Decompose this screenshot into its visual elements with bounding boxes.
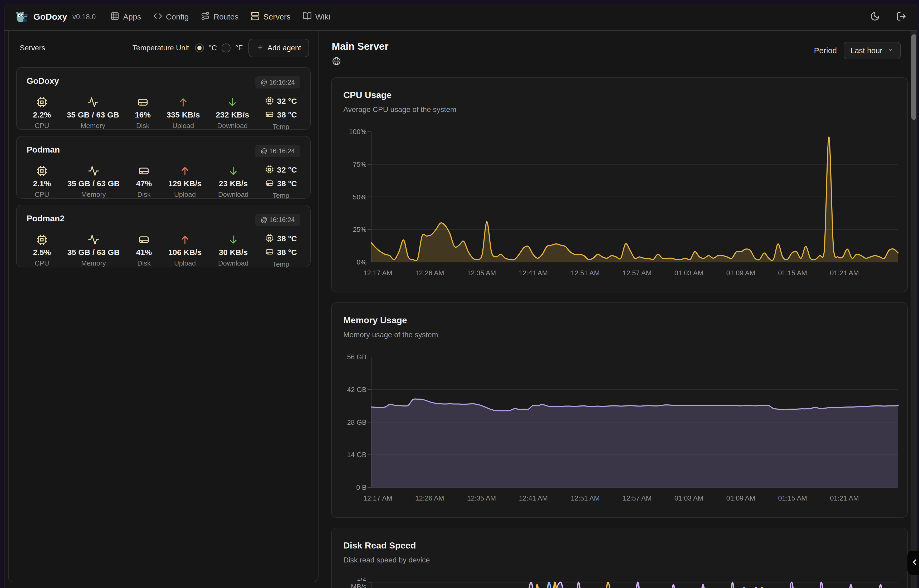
svg-text:14 GB: 14 GB — [347, 451, 367, 459]
svg-text:75%: 75% — [353, 160, 367, 168]
svg-text:01:21 AM: 01:21 AM — [830, 494, 859, 502]
server-card[interactable]: Podman @ 16:16:24 2.1% CPU 35 GB / 63 GB — [16, 136, 311, 199]
cpu-label: CPU — [35, 191, 49, 199]
sidebar-header: Servers Temperature Unit °C °F Add agent — [15, 39, 312, 57]
disk-value: 47% — [136, 179, 152, 188]
arrow-down-icon — [228, 164, 239, 177]
disk-read-speed-chart[interactable]: 1/2MB/s12:17 AM12:26 AM12:35 AM12:41 AM1… — [332, 578, 908, 588]
cpu-temp-value: 38 °C — [277, 234, 297, 243]
sidebar-title: Servers — [20, 44, 45, 52]
disk-temp-row: 38 °C — [265, 109, 297, 121]
stat-upload: 106 KB/s Upload — [168, 233, 202, 268]
cpu-value: 2.1% — [33, 179, 51, 188]
server-card[interactable]: Podman2 @ 16:16:24 2.5% CPU 35 GB / 63 G… — [16, 205, 311, 267]
nav-item-label: Servers — [263, 12, 290, 21]
add-agent-button[interactable]: Add agent — [249, 39, 309, 57]
memory-label: Memory — [81, 122, 105, 130]
arrow-down-icon — [228, 233, 239, 246]
disk-value: 16% — [135, 110, 151, 120]
server-card-header: Podman @ 16:16:24 — [27, 145, 300, 157]
route-icon — [201, 11, 210, 23]
chart-title: Memory Usage — [343, 315, 907, 325]
nav-item-servers[interactable]: Servers — [250, 11, 290, 23]
nav-item-label: Config — [166, 12, 189, 21]
chart-subtitle: Average CPU usage of the system — [343, 105, 907, 114]
godoxy-gopher-logo — [15, 10, 29, 24]
arrow-up-icon — [177, 95, 189, 108]
logout-button[interactable] — [896, 11, 907, 22]
server-name: Podman — [27, 145, 60, 155]
panel-collapse-toggle[interactable] — [908, 551, 919, 575]
upload-label: Upload — [174, 191, 196, 199]
cpu-chip-icon — [265, 234, 274, 244]
nav-item-routes[interactable]: Routes — [201, 11, 239, 23]
period-select[interactable]: Last hour — [844, 42, 901, 59]
arrow-up-icon — [179, 164, 191, 177]
svg-text:56 GB: 56 GB — [347, 353, 367, 361]
moon-icon — [870, 11, 880, 23]
book-open-icon — [303, 11, 312, 23]
code-icon — [153, 11, 162, 23]
memory-usage-chart[interactable]: 56 GB42 GB28 GB14 GB0 B12:17 AM12:26 AM1… — [332, 353, 908, 514]
svg-text:12:41 AM: 12:41 AM — [519, 494, 548, 502]
stat-temp: 38 °C 38 °C Temp — [265, 233, 297, 268]
cpu-value: 2.5% — [33, 248, 51, 257]
navbar-actions — [870, 11, 907, 22]
hard-drive-icon — [138, 164, 150, 177]
svg-text:12:57 AM: 12:57 AM — [623, 269, 652, 277]
scrollbar-track[interactable] — [911, 31, 917, 588]
scrollbar-thumb[interactable] — [911, 34, 916, 120]
arrow-up-icon — [179, 233, 191, 246]
nav-item-config[interactable]: Config — [153, 11, 189, 23]
upload-value: 106 KB/s — [168, 248, 202, 257]
stat-download: 30 KB/s Download — [218, 233, 249, 268]
theme-toggle-button[interactable] — [870, 11, 880, 22]
disk-temp-value: 38 °C — [277, 248, 297, 257]
stat-cpu: 2.1% CPU — [33, 164, 51, 200]
hard-drive-icon — [265, 110, 274, 120]
chevron-left-icon — [910, 558, 919, 568]
activity-icon — [87, 95, 99, 108]
server-card-header: GoDoxy @ 16:16:24 — [27, 76, 300, 89]
nav-item-wiki[interactable]: Wiki — [303, 11, 330, 23]
fahrenheit-radio[interactable] — [221, 44, 231, 52]
chart-title: CPU Usage — [343, 90, 907, 100]
stat-temp: 32 °C 38 °C Temp — [265, 95, 297, 131]
celsius-radio[interactable] — [195, 44, 204, 52]
upload-value: 129 KB/s — [168, 179, 202, 188]
servers-sidebar: Servers Temperature Unit °C °F Add agent… — [8, 31, 318, 582]
disk-temp-value: 38 °C — [277, 179, 297, 188]
svg-text:01:03 AM: 01:03 AM — [675, 494, 704, 502]
fahrenheit-label[interactable]: °F — [235, 44, 243, 52]
main-panel: Main Server Period Last hour CPU Usage A… — [323, 31, 917, 588]
navbar: GoDoxy v0.18.0 Apps Config Routes — [5, 4, 917, 31]
disk-value: 41% — [136, 248, 152, 257]
nav-item-apps[interactable]: Apps — [110, 11, 141, 23]
stat-download: 23 KB/s Download — [218, 164, 249, 200]
stat-temp: 32 °C 38 °C Temp — [265, 164, 297, 200]
stat-cpu: 2.2% CPU — [33, 95, 51, 131]
brand[interactable]: GoDoxy v0.18.0 — [15, 10, 95, 24]
svg-text:1/2MB/s: 1/2MB/s — [351, 578, 367, 588]
disk-temp-row: 38 °C — [265, 247, 297, 258]
cpu-usage-chart[interactable]: 100%75%50%25%0%12:17 AM12:26 AM12:35 AM1… — [332, 128, 908, 289]
memory-value: 35 GB / 63 GB — [68, 248, 120, 257]
svg-text:12:35 AM: 12:35 AM — [467, 269, 496, 277]
nav-items: Apps Config Routes Servers — [110, 11, 330, 23]
svg-text:42 GB: 42 GB — [347, 386, 367, 394]
server-name: Podman2 — [27, 214, 65, 223]
chart-subtitle: Disk read speed by device — [343, 556, 907, 564]
brand-name: GoDoxy — [34, 12, 67, 22]
temp-label: Temp — [273, 192, 289, 200]
celsius-label[interactable]: °C — [209, 44, 217, 52]
disk-label: Disk — [136, 122, 150, 130]
server-card[interactable]: GoDoxy @ 16:16:24 2.2% CPU 35 GB / 63 GB — [16, 67, 311, 130]
cpu-usage-card: CPU Usage Average CPU usage of the syste… — [331, 77, 908, 292]
server-timestamp-badge: @ 16:16:24 — [255, 145, 300, 157]
stat-disk: 47% Disk — [136, 164, 152, 200]
server-stats: 2.5% CPU 35 GB / 63 GB Memory 41% Disk — [27, 233, 300, 268]
svg-text:28 GB: 28 GB — [347, 418, 367, 426]
cpu-label: CPU — [35, 259, 49, 267]
server-stats: 2.1% CPU 35 GB / 63 GB Memory 47% Disk — [27, 164, 300, 200]
chart-card-list: CPU Usage Average CPU usage of the syste… — [331, 77, 908, 588]
